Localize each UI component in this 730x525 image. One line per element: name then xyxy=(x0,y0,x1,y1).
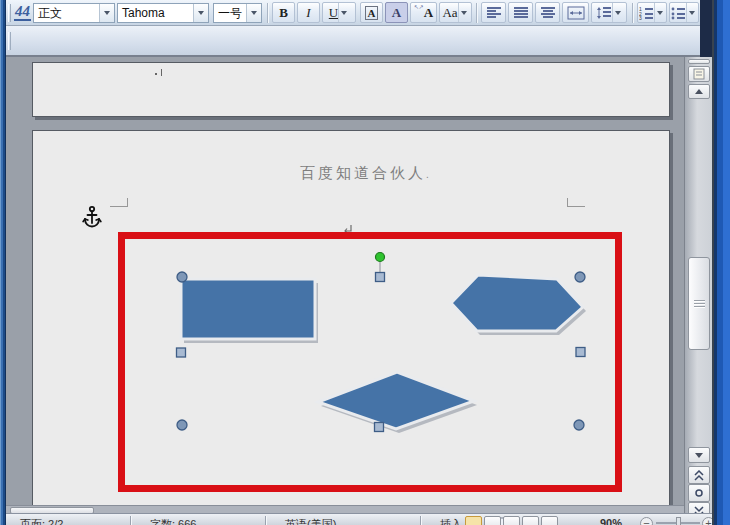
document-canvas[interactable]: 百度知道合伙人. xyxy=(6,57,684,505)
toolbar-grip[interactable] xyxy=(8,32,11,50)
view-web-layout-button[interactable] xyxy=(503,516,520,525)
page-1[interactable] xyxy=(32,62,670,117)
horizontal-scrollbar[interactable] xyxy=(6,505,684,513)
page-2[interactable] xyxy=(32,130,670,505)
zoom-level[interactable]: 90% xyxy=(600,517,622,525)
numbered-list-icon: 123 xyxy=(639,6,654,20)
paragraph-mark xyxy=(155,73,157,75)
language-status[interactable]: 英语(美国) xyxy=(285,517,336,525)
font-combobox[interactable]: Tahoma xyxy=(117,3,209,23)
double-up-icon xyxy=(694,470,704,481)
paragraph-mark: . xyxy=(426,169,429,180)
margin-corner-mark-right xyxy=(567,198,585,207)
scrollbar-thumb[interactable] xyxy=(688,257,710,350)
font-size-dropdown-button[interactable] xyxy=(246,4,261,22)
character-shading-button[interactable]: A xyxy=(385,2,408,23)
chevron-down-icon xyxy=(461,11,467,15)
bullet-list-icon xyxy=(671,6,686,20)
toolbar-band xyxy=(6,26,712,57)
styles-icon[interactable]: 44 xyxy=(14,3,31,21)
character-border-icon: A xyxy=(365,6,379,20)
insert-mode[interactable]: 插入 xyxy=(440,517,462,525)
toolbar-separator xyxy=(476,3,477,23)
zoom-slider-knob[interactable] xyxy=(676,517,681,525)
font-value: Tahoma xyxy=(118,6,193,20)
word-count[interactable]: 字数: 666 xyxy=(150,517,196,525)
toolbar-grip[interactable] xyxy=(8,4,11,22)
split-handle[interactable] xyxy=(688,59,710,64)
bold-button[interactable]: B xyxy=(272,2,295,23)
window-chrome-corner xyxy=(700,0,712,57)
formatting-toolbar: 44 正文 Tahoma 一号 B I U A A ↖↗ A Aa xyxy=(6,0,712,26)
text-effects-button[interactable]: ↖↗ A xyxy=(410,2,437,23)
toolbar-separator xyxy=(267,3,268,23)
margin-corner-mark-left xyxy=(110,198,128,207)
select-browse-object-button[interactable] xyxy=(688,484,710,502)
line-spacing-icon xyxy=(596,6,612,20)
view-print-layout-button[interactable] xyxy=(465,516,482,525)
font-size-value: 一号 xyxy=(214,5,246,22)
style-value: 正文 xyxy=(34,5,99,22)
view-fullscreen-button[interactable] xyxy=(484,516,501,525)
bullet-list-dropdown-button[interactable] xyxy=(686,3,697,22)
sparkle-arrows-icon: ↖↗ xyxy=(414,3,424,11)
cursor-mark xyxy=(161,69,162,76)
line-spacing-button[interactable] xyxy=(591,2,627,23)
chevron-down-icon xyxy=(341,11,347,15)
status-separator xyxy=(420,516,421,525)
window-border-left xyxy=(0,0,6,525)
zoom-in-button[interactable]: + xyxy=(702,517,712,525)
bold-icon: B xyxy=(279,5,288,21)
zoom-out-button[interactable]: − xyxy=(640,517,653,525)
distribute-icon xyxy=(567,6,585,20)
numbered-list-dropdown-button[interactable] xyxy=(654,3,665,22)
align-left-button[interactable] xyxy=(481,2,506,23)
status-separator xyxy=(130,516,131,525)
align-center-icon xyxy=(540,6,556,20)
change-case-button[interactable]: Aa xyxy=(439,2,472,23)
italic-button[interactable]: I xyxy=(297,2,320,23)
page-info[interactable]: 页面: 2/2 xyxy=(20,517,63,525)
justify-icon xyxy=(513,6,529,20)
text-effects-icon: A xyxy=(424,5,433,21)
toolbar-separator xyxy=(632,3,633,23)
view-outline-button[interactable] xyxy=(522,516,539,525)
chevron-down-icon xyxy=(104,11,110,15)
view-draft-button[interactable] xyxy=(541,516,558,525)
chevron-down-icon xyxy=(198,11,204,15)
thumb-grip xyxy=(694,300,705,301)
justify-button[interactable] xyxy=(508,2,533,23)
style-combobox[interactable]: 正文 xyxy=(33,3,115,23)
ruler-toggle-button[interactable] xyxy=(688,66,710,82)
paragraph-mark xyxy=(343,221,355,232)
browse-dot-icon xyxy=(694,488,704,498)
chevron-down-icon xyxy=(615,11,621,15)
chevron-down-icon xyxy=(251,11,257,15)
vertical-scrollbar[interactable] xyxy=(684,57,712,525)
underline-dropdown-button[interactable] xyxy=(338,3,349,22)
align-center-button[interactable] xyxy=(535,2,560,23)
document-title: 百度知道合伙人. xyxy=(300,164,429,183)
numbered-list-button[interactable]: 123 xyxy=(637,2,667,23)
change-case-dropdown-button[interactable] xyxy=(458,3,469,22)
arrow-up-icon xyxy=(695,89,703,94)
anchor-icon[interactable] xyxy=(82,205,102,230)
bullet-list-button[interactable] xyxy=(669,2,699,23)
thumb-grip xyxy=(694,306,705,307)
line-spacing-dropdown-button[interactable] xyxy=(612,3,623,22)
previous-page-button[interactable] xyxy=(688,466,710,484)
status-separator xyxy=(265,516,266,525)
character-border-button[interactable]: A xyxy=(360,2,383,23)
scroll-up-button[interactable] xyxy=(688,84,710,99)
font-dropdown-button[interactable] xyxy=(193,4,208,22)
distribute-button[interactable] xyxy=(562,2,589,23)
underline-button[interactable]: U xyxy=(322,2,356,23)
arrow-down-icon xyxy=(695,453,703,458)
style-dropdown-button[interactable] xyxy=(99,4,114,22)
character-shading-icon: A xyxy=(392,5,401,21)
scroll-down-button[interactable] xyxy=(688,447,710,463)
font-size-combobox[interactable]: 一号 xyxy=(213,3,262,23)
status-bar: 页面: 2/2 字数: 666 英语(美国) 插入 90% − + xyxy=(0,513,712,525)
italic-icon: I xyxy=(306,5,310,21)
align-left-icon xyxy=(486,6,502,20)
